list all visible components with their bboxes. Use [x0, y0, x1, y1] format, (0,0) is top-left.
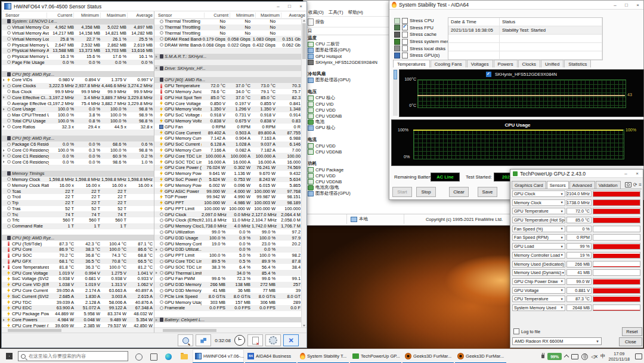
sensor-row[interactable]: Memory Clock Ratio16.00 x16.00 x16.00 x1…: [2, 182, 154, 188]
sensor-row[interactable]: GPU Core TDC Limit89.5 %0.5 %89.9 %87.8: [154, 259, 302, 264]
sensor-row[interactable]: CPU EDC63.900 A51.072 A99.122 A67.348 A: [2, 305, 154, 311]
device-dropdown[interactable]: AMD Radeon RX 6600M▼: [512, 337, 602, 345]
tab-cooling-fans[interactable]: Cooling Fans: [431, 60, 466, 67]
sensor-row[interactable]: GPU Core Power (V...76.024 W0.302 W76.24…: [154, 165, 302, 171]
close-button[interactable]: ×: [632, 1, 643, 9]
sensor-select[interactable]: CPU Temperature▼: [512, 296, 565, 302]
sensor-row[interactable]: CPU Core Current (S...39.050 A2.174 A63.…: [2, 288, 154, 294]
sensor-row[interactable]: Trcd22 T22 T22 T: [2, 194, 154, 200]
sensor-row[interactable]: GPU PPT100.000 W4.986 W100.003 W98.189: [154, 200, 302, 206]
log-row[interactable]: 2021/11/18 16:38:05 Stability Test: Star…: [448, 26, 602, 35]
sensor-row[interactable]: GPU Memory Juncti...78.6 °C34.0 °C79.1 °…: [154, 89, 302, 95]
expand-icon[interactable]: [154, 317, 159, 323]
sensor-group-header[interactable]: S.M.A.R.T.: SKHyni...: [154, 54, 302, 60]
graph-scrollbar[interactable]: [393, 69, 398, 116]
checkbox[interactable]: [402, 39, 408, 45]
start-button[interactable]: Start: [392, 187, 412, 197]
sensor-row[interactable]: CPU TDC39.039 A2.128 A58.006 A40.876 A: [2, 299, 154, 305]
sensor-row[interactable]: Memory Clock1,598.8 MHz1,598.8 MHz1,598.…: [2, 177, 154, 183]
sensor-row[interactable]: Thermal Throttling (...NoNoNo: [154, 24, 302, 30]
sensor-select[interactable]: GPU Clock▼: [512, 190, 565, 197]
menu-favorites[interactable]: 收藏(O): [308, 10, 324, 16]
minimize-button[interactable]: –: [609, 1, 621, 9]
remote-sensor-button[interactable]: [196, 334, 211, 346]
expand-icon[interactable]: [2, 264, 6, 270]
sensor-select[interactable]: GPU Voltage▼: [512, 287, 565, 294]
log-col-status[interactable]: Status: [500, 18, 602, 26]
sensor-row[interactable]: GPU Memory Voltag...0.838 V0.675 V0.838 …: [154, 118, 302, 124]
sensor-row[interactable]: Total CPU Usage100.0 %0.8 %100.0 %98.8 %: [2, 118, 154, 124]
tab-temperatures[interactable]: Temperatures: [393, 60, 430, 67]
sensor-group-header[interactable]: GPU [#0]: AMD Ra...: [154, 77, 302, 83]
sensor-row[interactable]: Thermal Throttling (...NoNoNo: [154, 30, 302, 36]
sensor-row[interactable]: GPU Clock2,097.0 MHz0.0 MHz2,127.0 MHz2,…: [154, 211, 302, 217]
sensor-row[interactable]: GPU D3D Utilizat...0.0 %0.0 %: [154, 247, 302, 253]
refresh-icon[interactable]: ⟳: [633, 183, 637, 187]
expand-icon[interactable]: [2, 106, 6, 112]
sensor-row[interactable]: DRAM Write Bandwi...0.068 Gbps0.022 Gbps…: [154, 42, 302, 48]
sensor-row[interactable]: GPU Memory Voltag...1.350 V1.296 V1.350 …: [154, 106, 302, 112]
sensor-select[interactable]: GPU Chip Power Draw▼: [512, 278, 565, 285]
expand-icon[interactable]: [154, 270, 159, 276]
sensor-row[interactable]: Tras52 T52 T52 T: [2, 206, 154, 212]
sensor-row[interactable]: Core Usage100.0 %0.0 %100.0 %98.8 %: [2, 106, 154, 112]
sensor-row[interactable]: Core Temperatures81.8 °C36.3 °C100.0 °C8…: [2, 264, 154, 270]
reset-log-button[interactable]: [247, 334, 263, 346]
taskbar-app-gpuz[interactable]: TechPowerUp GP...: [350, 349, 401, 363]
power-plug-icon[interactable]: [541, 355, 544, 358]
expand-icon[interactable]: [154, 65, 159, 71]
expand-icon[interactable]: [2, 124, 6, 130]
col-current[interactable]: Current: [47, 13, 73, 18]
checkbox[interactable]: [402, 53, 408, 59]
tab-voltages[interactable]: Voltages: [467, 60, 493, 67]
sensor-select[interactable]: GPU Temperature (Hot Spot)▼: [512, 217, 565, 223]
sensor-row[interactable]: GPU Memory Power...9.641 W1.136 W9.670 W…: [154, 171, 302, 177]
minimize-button[interactable]: –: [620, 170, 631, 177]
clock[interactable]: 17:09 2021/11/18: [609, 351, 630, 362]
sensor-row[interactable]: Core Effective Cl...3,197.2 MHz3.4 MHz3,…: [2, 94, 154, 100]
sensor-row[interactable]: GPU Thermal Limits34.0 %85.4 %: [154, 270, 302, 276]
sensor-row[interactable]: CPU Package Power44.869 W5.958 W83.374 W…: [2, 311, 154, 317]
sensor-row[interactable]: GPU Temperature72.0 °C37.0 °C73.0 °C70.3: [154, 83, 302, 89]
sensor-row[interactable]: Trc74 T74 T74 T: [2, 211, 154, 217]
sensor-row[interactable]: SoC Current (SVI2 T...2.685 A1.830 A3.00…: [2, 293, 154, 299]
tab-sensors[interactable]: Sensors: [547, 181, 569, 189]
sensor-row[interactable]: PCIe Link Speed8.0 GT/s8.0 GT/s8.0 GT/s8…: [154, 293, 302, 299]
sensor-row[interactable]: Max CPU/Thread Us...100.0 %3.8 %100.0 %9…: [2, 112, 154, 118]
close-button[interactable]: ×: [631, 170, 643, 177]
sensor-row[interactable]: GPU Memory Clock1,738.0 MHz4.0 MHz1,742.…: [154, 223, 302, 229]
sensor-row[interactable]: CPU Core Voltage (S...1.019 V0.994 V1.27…: [2, 270, 154, 276]
close-sensors-button[interactable]: ✕: [283, 334, 299, 346]
sensor-row[interactable]: CPU SOC70.2 °C36.8 °C74.3 °C68.8 °C: [2, 253, 154, 259]
sensor-row[interactable]: GPU Memory Usage303 MB157 MB306 MB289: [154, 299, 302, 305]
clock-icon[interactable]: [234, 335, 245, 346]
sensor-row[interactable]: CPU Core VID (Effec...1.038 V1.019 V1.31…: [2, 282, 154, 288]
sensor-row[interactable]: Bus Clock99.9 MHz99.9 MHz99.9 MHz99.9 MH…: [2, 89, 154, 95]
sensor-row[interactable]: GPU SoC Voltage (V...0.918 V0.731 V0.918…: [154, 112, 302, 118]
sensor-row[interactable]: GPU Clock (Effective)2,101.8 MHz11.0 MHz…: [154, 217, 302, 223]
tab-clocks[interactable]: Clocks: [518, 60, 540, 67]
sensor-row[interactable]: Core Ratios32.3 x29.4 x44.5 x32.8 x: [2, 124, 154, 130]
battery-indicator[interactable]: 99%: [547, 353, 562, 360]
sensor-row[interactable]: GPU Core Voltage (...0.850 V0.197 V0.855…: [154, 100, 302, 106]
log-col-datetime[interactable]: Date & Time: [448, 18, 500, 26]
sensor-row[interactable]: TGP Power99.942 W4.990 W99.987 W98.151: [154, 194, 302, 200]
sensor-row[interactable]: GPU ASIC Power99.000 W4.000 W100.000 W97…: [154, 188, 302, 194]
col-sensor[interactable]: Sensor: [154, 13, 204, 18]
sensor-group-header[interactable]: CPU [#0]: AMD Ryz...: [2, 235, 154, 241]
sensor-group-header[interactable]: CPU [#0]: AMD Ryz...: [2, 71, 154, 77]
taskbar-app-furmark[interactable]: Geeks3D FurMar...: [402, 349, 454, 363]
taskbar-app-flame[interactable]: System Stability T...: [298, 349, 349, 363]
settings-button[interactable]: [265, 334, 281, 346]
start-button[interactable]: [6, 353, 13, 359]
sensor-row[interactable]: SoC Voltage (SVI2 T...0.938 V0.681 V0.93…: [2, 276, 154, 282]
checkbox[interactable]: [402, 18, 408, 24]
tab-powers[interactable]: Powers: [494, 60, 518, 67]
taskbar-app-hwinfo[interactable]: HWiNFO64 v7.06-...: [193, 349, 244, 363]
taskbar-app-furmark[interactable]: Geeks3D FurMar...: [455, 349, 506, 363]
sensor-select[interactable]: GPU Load▼: [512, 243, 565, 250]
sensor-row[interactable]: Physical Memory Load16.3 %15.6 %17.6 %16…: [2, 54, 154, 60]
sensor-row[interactable]: APU GFX68.1 °C36.5 °C70.8 °C66.5 °C: [2, 259, 154, 264]
expand-icon[interactable]: [2, 147, 6, 153]
ime-indicator[interactable]: 中: [600, 353, 606, 360]
